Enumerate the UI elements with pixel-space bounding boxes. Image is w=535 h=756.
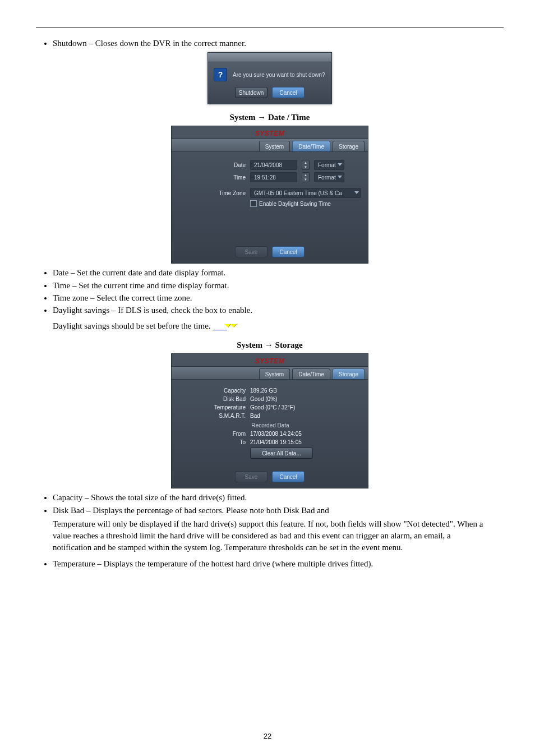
arrow-icon: → — [265, 340, 273, 349]
save-button[interactable]: Save — [235, 471, 268, 482]
panel-title: SYSTEM — [172, 126, 368, 139]
shutdown-dialog-message: Are you sure you want to shut down? — [233, 72, 325, 78]
value-smart: Bad — [250, 413, 260, 419]
bullet-list-shutdown: Shutdown – Closes down the DVR in the co… — [53, 38, 504, 49]
tab-bar: System Date/Time Storage — [172, 366, 368, 380]
spin-down-icon: ▼ — [302, 177, 309, 182]
spin-up-icon: ▲ — [302, 160, 309, 165]
heading-system-text: System — [230, 113, 258, 122]
value-diskbad: Good (0%) — [250, 396, 277, 402]
tab-system[interactable]: System — [259, 368, 290, 379]
bullet-diskbad: Disk Bad – Displays the percentage of ba… — [53, 505, 504, 516]
bullet-list-storage-2: Temperature – Displays the temperature o… — [53, 558, 504, 569]
date-spinner[interactable]: ▲▼ — [302, 160, 310, 170]
shutdown-button[interactable]: Shutdown — [235, 87, 268, 98]
value-to: 21/04/2008 19:15:05 — [250, 439, 302, 445]
bullet-datetime-3: Daylight savings – If DLS is used, check… — [53, 305, 504, 316]
question-icon: ? — [214, 68, 227, 81]
time-spinner[interactable]: ▲▼ — [302, 172, 310, 182]
header-rule — [36, 27, 504, 27]
value-capacity: 189.26 GB — [250, 388, 277, 394]
section-heading-datetime: System → Date / Time — [36, 112, 504, 122]
dst-note-text: Daylight savings should be set before th… — [53, 321, 213, 330]
date-field[interactable]: 21/04/2008 — [250, 160, 297, 170]
label-to: To — [178, 439, 246, 445]
section-heading-storage: System → Storage — [36, 340, 504, 350]
bullet-datetime-0: Date – Set the current date and date dis… — [53, 267, 504, 278]
tab-storage[interactable]: Storage — [333, 141, 365, 151]
time-format-dropdown[interactable]: Format — [314, 172, 344, 182]
dst-note-paragraph: Daylight savings should be set before th… — [53, 320, 487, 332]
bullet-list-datetime: Date – Set the current date and date dis… — [53, 267, 504, 316]
tab-system[interactable]: System — [259, 141, 290, 151]
system-storage-panel: SYSTEM System Date/Time Storage Capacity… — [171, 353, 368, 488]
tab-bar: System Date/Time Storage — [172, 139, 368, 152]
label-from: From — [178, 431, 246, 437]
comment-marker-icon — [213, 323, 227, 330]
bullet-shutdown: Shutdown – Closes down the DVR in the co… — [53, 38, 504, 49]
save-button[interactable]: Save — [235, 246, 268, 257]
bullet-datetime-2: Time zone – Select the correct time zone… — [53, 292, 504, 303]
spin-up-icon: ▲ — [302, 173, 309, 177]
value-from: 17/03/2008 14:24:05 — [250, 431, 302, 437]
tab-storage[interactable]: Storage — [333, 368, 365, 379]
label-temperature: Temperature — [178, 404, 246, 411]
bullet-list-storage: Capacity – Shows the total size of the h… — [53, 492, 504, 516]
value-temperature: Good (0°C / 32°F) — [250, 404, 295, 411]
time-field[interactable]: 19:51:28 — [250, 172, 297, 182]
shutdown-dialog-titlebar — [208, 53, 331, 62]
tab-datetime[interactable]: Date/Time — [292, 368, 330, 379]
label-diskbad: Disk Bad — [178, 396, 246, 402]
cancel-button[interactable]: Cancel — [272, 87, 305, 98]
arrow-icon: → — [257, 112, 266, 122]
date-format-dropdown[interactable]: Format — [314, 160, 344, 170]
label-date: Date — [178, 162, 246, 168]
label-smart: S.M.A.R.T. — [178, 413, 246, 419]
clear-all-data-button[interactable]: Clear All Data... — [250, 448, 313, 459]
heading-datetime-text: Date / Time — [268, 113, 310, 122]
bullet-diskbad-line1: Disk Bad – Displays the percentage of ba… — [53, 506, 329, 515]
system-datetime-panel: SYSTEM System Date/Time Storage Date 21/… — [171, 126, 368, 264]
bullet-temperature: Temperature – Displays the temperature o… — [53, 558, 504, 569]
bullet-capacity: Capacity – Shows the total size of the h… — [53, 492, 504, 503]
recorded-data-header: Recorded Data — [179, 422, 361, 428]
label-timezone: Time Zone — [178, 190, 246, 196]
spin-down-icon: ▼ — [302, 165, 309, 169]
cancel-button[interactable]: Cancel — [272, 471, 305, 482]
heading-system-text: System — [237, 340, 265, 349]
panel-title: SYSTEM — [172, 354, 368, 366]
page-number: 22 — [0, 732, 535, 740]
shutdown-dialog: ? Are you sure you want to shut down? Sh… — [207, 52, 332, 104]
diskbad-continuation: Temperature will only be displayed if th… — [53, 518, 487, 554]
comment-marker-icon — [230, 324, 236, 328]
timezone-dropdown[interactable]: GMT-05:00 Eastern Time (US & Ca — [250, 188, 361, 198]
dst-label: Enable Daylight Saving Time — [259, 201, 331, 207]
tab-datetime[interactable]: Date/Time — [292, 141, 330, 151]
heading-storage-text: Storage — [275, 340, 303, 349]
dst-checkbox[interactable] — [250, 200, 257, 207]
label-capacity: Capacity — [178, 388, 246, 394]
label-time: Time — [178, 174, 246, 181]
bullet-datetime-1: Time – Set the current time and time dis… — [53, 280, 504, 291]
cancel-button[interactable]: Cancel — [272, 246, 305, 257]
